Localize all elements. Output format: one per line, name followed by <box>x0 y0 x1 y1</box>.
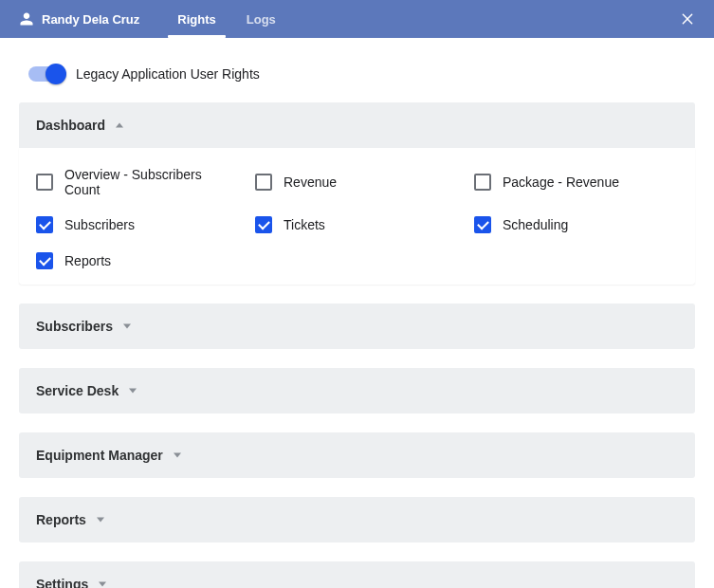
section-service-desk: Service Desk <box>19 368 695 413</box>
section-title: Reports <box>36 512 86 527</box>
user-name: Randy Dela Cruz <box>42 12 139 27</box>
section-title: Settings <box>36 577 88 588</box>
section-header-subscribers[interactable]: Subscribers <box>19 303 695 349</box>
chevron-down-icon <box>96 515 105 524</box>
section-equipment-manager: Equipment Manager <box>19 432 695 478</box>
permission-item: Subscribers <box>36 216 240 233</box>
header: Randy Dela Cruz Rights Logs <box>0 0 714 38</box>
permission-label: Reports <box>64 253 111 268</box>
section-title: Subscribers <box>36 319 113 334</box>
chevron-down-icon <box>122 322 132 331</box>
permission-item: Scheduling <box>474 216 678 233</box>
section-header-reports[interactable]: Reports <box>19 497 695 542</box>
permission-label: Subscribers <box>64 217 135 232</box>
permission-item: Revenue <box>255 167 459 197</box>
section-reports: Reports <box>19 497 695 542</box>
checkbox-overview-subscribers-count[interactable] <box>36 174 53 191</box>
chevron-down-icon <box>98 579 107 588</box>
section-header-equipment-manager[interactable]: Equipment Manager <box>19 432 695 478</box>
user-icon <box>19 11 34 27</box>
permission-label: Tickets <box>284 217 325 232</box>
tab-rights[interactable]: Rights <box>162 0 230 38</box>
section-body-dashboard: Overview - Subscribers Count Revenue Pac… <box>19 148 695 285</box>
tab-label: Logs <box>247 12 276 27</box>
tabs: Rights Logs <box>162 0 291 38</box>
section-subscribers: Subscribers <box>19 303 695 349</box>
legacy-rights-toggle-row: Legacy Application User Rights <box>28 66 695 82</box>
user-block: Randy Dela Cruz <box>19 11 139 27</box>
chevron-down-icon <box>173 450 182 460</box>
content: Legacy Application User Rights Dashboard… <box>0 38 714 588</box>
tab-logs[interactable]: Logs <box>231 0 291 38</box>
permission-label: Overview - Subscribers Count <box>64 167 240 197</box>
close-button[interactable] <box>676 8 699 30</box>
chevron-down-icon <box>128 386 137 395</box>
close-icon <box>680 11 695 27</box>
checkbox-package-revenue[interactable] <box>474 174 491 191</box>
permission-item: Package - Revenue <box>474 167 678 197</box>
checkbox-tickets[interactable] <box>255 216 272 233</box>
permission-item: Overview - Subscribers Count <box>36 167 240 197</box>
checkbox-revenue[interactable] <box>255 174 272 191</box>
section-header-settings[interactable]: Settings <box>19 561 695 588</box>
permission-label: Revenue <box>284 175 337 190</box>
permission-item: Tickets <box>255 216 459 233</box>
section-title: Equipment Manager <box>36 448 163 463</box>
section-header-dashboard[interactable]: Dashboard <box>19 102 695 148</box>
section-dashboard: Dashboard Overview - Subscribers Count R… <box>19 102 695 285</box>
checkbox-reports[interactable] <box>36 252 53 269</box>
legacy-rights-toggle[interactable] <box>28 66 64 82</box>
section-title: Service Desk <box>36 383 119 398</box>
tab-label: Rights <box>177 12 215 27</box>
permission-grid: Overview - Subscribers Count Revenue Pac… <box>36 167 678 269</box>
section-title: Dashboard <box>36 118 105 133</box>
permission-label: Scheduling <box>503 217 568 232</box>
permission-label: Package - Revenue <box>503 175 619 190</box>
section-header-service-desk[interactable]: Service Desk <box>19 368 695 413</box>
chevron-up-icon <box>115 120 124 130</box>
legacy-rights-toggle-label: Legacy Application User Rights <box>76 66 260 82</box>
checkbox-subscribers[interactable] <box>36 216 53 233</box>
checkbox-scheduling[interactable] <box>474 216 491 233</box>
section-settings: Settings <box>19 561 695 588</box>
permission-item: Reports <box>36 252 240 269</box>
